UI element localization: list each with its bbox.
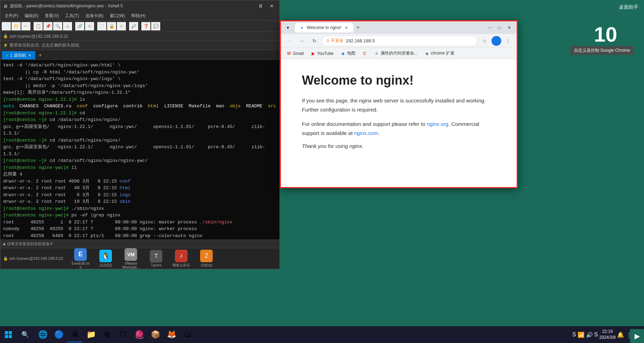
app-icon-zip[interactable]: Z 归档zip — [196, 250, 217, 268]
toolbar-sep4 — [127, 23, 128, 30]
terminal-line: drwxr-xr-x. 2 root root 6 3月 8 22:15 log… — [3, 192, 277, 199]
app-icon-everedit[interactable]: E EverEdit.exe — [70, 248, 91, 269]
appbar-ssh-icon: 🔒 — [3, 256, 8, 260]
chrome-tab-close-btn[interactable]: ✕ — [344, 25, 349, 30]
toolbar-find[interactable]: 🔍 — [53, 22, 62, 30]
taskbar-xshell-icon[interactable]: 🖥 — [67, 327, 83, 342]
chrome-back-btn[interactable]: ← — [284, 35, 295, 47]
chrome-extensions-btn[interactable]: ⋮ — [503, 35, 514, 47]
toolbar-msg[interactable]: 💬 — [151, 22, 160, 30]
search-icon: 🔍 — [21, 331, 29, 338]
menu-tools[interactable]: 工具(T) — [62, 12, 82, 20]
toolbar-lock[interactable]: 🔒 — [107, 22, 116, 30]
nginx-link2[interactable]: nginx.com — [354, 130, 378, 136]
bookmark-maps[interactable]: ◆ 地图 — [338, 49, 358, 58]
taskbar-start-btn[interactable] — [0, 326, 17, 343]
chrome-page-content: Welcome to nginx! If you see this page, … — [281, 59, 517, 187]
bookmark-c[interactable]: C — [360, 49, 370, 58]
menu-file[interactable]: 文件(F) — [2, 12, 21, 20]
taskbar-chrome-icon[interactable]: 🔵 — [51, 327, 66, 342]
menu-tab[interactable]: 选项卡(B) — [83, 12, 106, 20]
chrome-bookmark-btn[interactable]: ☆ — [479, 35, 490, 47]
app7-icon: 📦 — [151, 330, 160, 339]
taskbar-system-icon2[interactable]: S — [594, 331, 598, 338]
bookmark-gmail[interactable]: M Gmail — [284, 49, 306, 58]
clock-date: 2024/3/8 — [599, 335, 616, 341]
chrome-close-btn[interactable]: ✕ — [505, 23, 514, 32]
bookmark-youtube[interactable]: ▶ YouTube — [308, 49, 336, 58]
xshell-icon: 🖥 — [71, 330, 79, 339]
toolbar-fullscreen[interactable]: ⛶ — [97, 22, 106, 30]
xshell-terminal-content[interactable]: test -d '/data/soft/nginx/nginx-ywc/html… — [0, 60, 279, 240]
bookmark-code[interactable]: ≡ 属性的代码变量命... — [371, 49, 420, 58]
taskbar-system-icon1[interactable]: S — [572, 331, 576, 338]
tab-active-icon: ● — [6, 53, 8, 57]
taskbar-app7-icon[interactable]: 📦 — [148, 327, 163, 342]
svg-rect-1 — [9, 331, 12, 334]
toolbar-settings[interactable]: ⚙ — [85, 22, 94, 30]
taskbar-search-btn[interactable]: 🔍 — [17, 326, 34, 343]
chrome-down-arrow-btn[interactable]: ▼ — [284, 23, 292, 32]
toolbar-compose[interactable]: ✉ — [117, 22, 126, 30]
taskbar-notification-icon[interactable]: 🔔 — [617, 331, 624, 338]
chrome-minimize-btn[interactable]: ─ — [485, 23, 494, 32]
taskbar-folder-icon[interactable]: 🗂 — [180, 327, 195, 342]
nginx-link1[interactable]: nginx.org — [427, 121, 448, 127]
xshell-window: 🖥 虚拟机 - yanwc@centos:/data/soft/nginx/ng… — [0, 0, 280, 269]
toolbar-paste[interactable]: 📌 — [43, 22, 52, 30]
taskbar-clock[interactable]: 22:19 2024/3/8 — [599, 329, 616, 341]
menu-view[interactable]: 查看(V) — [42, 12, 62, 20]
bookmark-maps-label: 地图 — [347, 50, 355, 56]
taskbar-volume-icon[interactable]: 🔊 — [586, 331, 593, 338]
taskbar-settings-icon[interactable]: ⚙ — [99, 327, 115, 342]
menu-help[interactable]: 帮助(H) — [128, 12, 148, 20]
toolbar-zoom[interactable]: 🔎 — [129, 22, 138, 30]
terminal-line: test -d '/data/soft/nginx/nginx-ywc/logs… — [3, 76, 277, 83]
app-icon-vmware[interactable]: VM VMwareWorkstati... — [120, 248, 141, 269]
toolbar-open[interactable]: 📁 — [12, 22, 21, 30]
svg-rect-3 — [9, 335, 12, 338]
chrome-reload-btn[interactable]: ↻ — [309, 35, 320, 47]
taskbar: 🔍 🌐 🔵 🖥 📁 ⚙ 🛡 🧶 📦 🦊 🗂 — [0, 326, 644, 343]
app-icon-qq[interactable]: 🐧 訊讯QQ — [95, 250, 116, 268]
xshell-video-btn[interactable]: ⏸ — [256, 2, 266, 9]
toolbar-new[interactable]: 📄 — [2, 22, 11, 30]
taskbar-network-icon[interactable]: 📶 — [578, 331, 585, 338]
chrome-profile-btn[interactable]: 👤 — [491, 36, 501, 46]
app-icon-netease[interactable]: ♪ 网络云音乐 — [171, 250, 192, 268]
menu-window[interactable]: 窗口(W) — [107, 12, 128, 20]
chrome-profile-icon: 👤 — [494, 38, 500, 44]
chrome-new-tab-btn[interactable]: + — [353, 23, 363, 33]
toolbar-copy[interactable]: 📋 — [34, 22, 43, 30]
tab-add-btn[interactable]: + — [36, 51, 44, 59]
terminal-line: nobody 40256 40255 0 22:17 ? 00:00:00 ng… — [3, 226, 277, 233]
chrome-forward-btn[interactable]: → — [296, 35, 307, 47]
toolbar-edit[interactable]: ✏ — [21, 22, 30, 30]
taskbar-file-icon[interactable]: 📁 — [83, 327, 99, 342]
svg-rect-0 — [5, 331, 8, 334]
taskbar-firefox-icon[interactable]: 🦊 — [164, 327, 179, 342]
chrome-maximize-btn[interactable]: □ — [495, 23, 504, 32]
terminal-line: [root@centos nginx-1.22.1]# cd — [3, 110, 277, 117]
taskbar-bitwarden-icon[interactable]: 🛡 — [115, 327, 131, 342]
toolbar-print[interactable]: 🖨 — [63, 22, 72, 30]
toolbar-help[interactable]: ❓ — [141, 22, 150, 30]
xshell-tab-1[interactable]: ● 1 虚拟机 ✕ — [2, 51, 35, 59]
taskbar-yarn-icon[interactable]: 🧶 — [132, 327, 147, 342]
toolbar-connect[interactable]: 🔗 — [75, 22, 84, 30]
statusbar-copy-text: 仅将文本发送到当前选项卡 — [7, 241, 53, 246]
xshell-close-btn[interactable]: ✕ — [267, 2, 277, 9]
taskbar-edge-icon[interactable]: 🌐 — [35, 327, 50, 342]
xshell-window-icon: 🖥 — [3, 3, 8, 9]
app-icon-typora[interactable]: T Typora — [146, 250, 167, 267]
chrome-tab-nginx[interactable]: ● Welcome to nginx! ✕ — [295, 23, 353, 33]
zip-label: 归档zip — [201, 263, 212, 268]
menu-edit[interactable]: 编辑(E) — [22, 12, 41, 20]
bookmark-chrome-ext[interactable]: ◈ chrome 扩展 — [422, 49, 457, 58]
taskbar-corner-btn[interactable]: ▶ — [630, 329, 644, 343]
chrome-address-bar[interactable]: ⚠ 不安全 192.168.188.5 — [321, 36, 477, 46]
terminal-line: gcc、g++高级安装包/ nginx-1.22.1/ nginx-ywc/ o… — [3, 123, 277, 137]
tab-close-icon[interactable]: ✕ — [28, 53, 31, 57]
taskbar-right-area: S 📶 🔊 S 22:19 2024/3/8 🔔 | ▶ x.cn — [572, 329, 644, 341]
terminal-line: 总用量 4 — [3, 171, 277, 178]
